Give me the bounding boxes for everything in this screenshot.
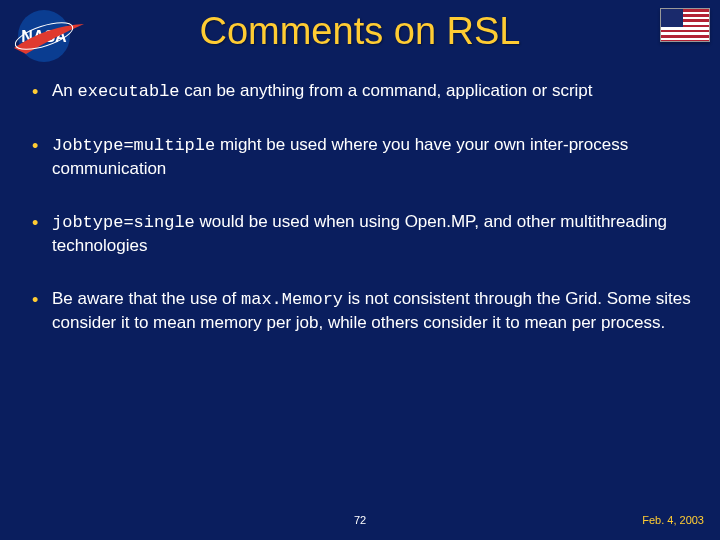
bullet-code: max.Memory	[241, 290, 343, 309]
bullet-item: jobtype=single would be used when using …	[28, 211, 696, 258]
bullet-item: Jobtype=multiple might be used where you…	[28, 134, 696, 181]
bullet-code: jobtype=single	[52, 213, 195, 232]
slide-body: An executable can be anything from a com…	[28, 80, 696, 365]
bullet-item: An executable can be anything from a com…	[28, 80, 696, 104]
bullet-text-pre: An	[52, 81, 78, 100]
bullet-text-post: can be anything from a command, applicat…	[180, 81, 593, 100]
bullet-code: Jobtype=multiple	[52, 136, 215, 155]
footer-date: Feb. 4, 2003	[642, 514, 704, 526]
bullet-code: executable	[78, 82, 180, 101]
bullet-text-pre: Be aware that the use of	[52, 289, 241, 308]
slide-title: Comments on RSL	[0, 0, 720, 53]
page-number: 72	[0, 514, 720, 526]
nasa-logo: NASA	[6, 6, 86, 66]
bullet-item: Be aware that the use of max.Memory is n…	[28, 288, 696, 335]
us-flag-icon	[660, 8, 710, 42]
